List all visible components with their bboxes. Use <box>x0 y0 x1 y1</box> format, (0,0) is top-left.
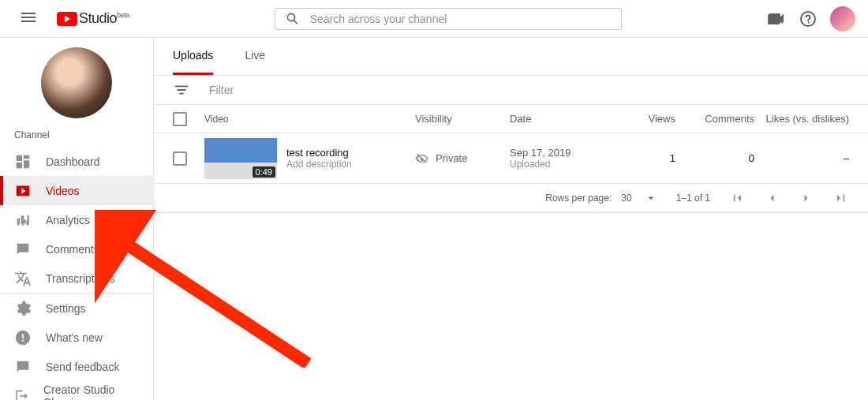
row-checkbox[interactable] <box>173 151 187 166</box>
sidebar-item-label: Videos <box>46 185 80 197</box>
tabs: Uploads Live <box>154 38 868 76</box>
comments-icon <box>14 241 32 258</box>
header-views[interactable]: Views <box>612 113 675 125</box>
sidebar: Channel Dashboard Videos Analytics Comme… <box>0 38 154 400</box>
analytics-icon <box>14 211 32 229</box>
pagination: Rows per page: 30 1–1 of 1 <box>154 184 868 213</box>
sidebar-item-label: Dashboard <box>46 155 100 168</box>
sidebar-item-comments[interactable]: Comments <box>0 234 153 264</box>
header-video[interactable]: Video <box>204 114 415 125</box>
help-icon[interactable] <box>799 9 817 28</box>
filter-input[interactable] <box>209 84 849 96</box>
video-title[interactable]: test recording <box>286 147 352 159</box>
video-duration: 0:49 <box>253 166 275 178</box>
sidebar-item-settings[interactable]: Settings <box>0 293 153 323</box>
sidebar-item-label: Send feedback <box>46 361 119 373</box>
sidebar-item-label: Settings <box>46 302 86 315</box>
translate-icon <box>14 270 32 287</box>
views-cell: 1 <box>612 152 675 164</box>
prev-page-icon[interactable] <box>764 190 780 206</box>
table-row[interactable]: 0:49 test recording Add description Priv… <box>154 133 868 184</box>
filter-row <box>154 76 868 105</box>
sidebar-item-classic[interactable]: Creator Studio Classic <box>0 381 153 400</box>
feedback-icon <box>14 358 32 376</box>
header-visibility[interactable]: Visibility <box>415 113 510 125</box>
tab-live[interactable]: Live <box>245 49 265 75</box>
hamburger-menu[interactable] <box>13 2 44 36</box>
header-likes[interactable]: Likes (vs. dislikes) <box>754 113 849 125</box>
next-page-icon[interactable] <box>799 190 814 206</box>
videos-icon <box>14 182 32 200</box>
sidebar-item-label: Creator Studio Classic <box>43 383 139 401</box>
last-page-icon[interactable] <box>833 190 849 206</box>
main-content: Uploads Live Video Visibility Date Views… <box>154 38 868 400</box>
menu-icon <box>19 8 38 27</box>
sidebar-item-videos[interactable]: Videos <box>0 176 153 205</box>
select-all-checkbox[interactable] <box>173 112 187 126</box>
visibility-label: Private <box>436 152 467 164</box>
rows-per-page-value[interactable]: 30 <box>621 193 631 204</box>
sidebar-item-label: Comments <box>46 243 99 256</box>
play-icon <box>57 12 77 26</box>
video-description[interactable]: Add description <box>286 159 352 170</box>
create-video-icon[interactable] <box>767 9 786 28</box>
search-icon <box>285 11 301 27</box>
sidebar-item-label: Transcriptions <box>46 272 114 285</box>
app-header: Studiobeta <box>0 0 868 38</box>
logo-text: Studiobeta <box>79 10 129 27</box>
search-input[interactable] <box>310 13 612 25</box>
chevron-down-icon[interactable] <box>645 192 657 204</box>
youtube-studio-logo[interactable]: Studiobeta <box>57 10 129 27</box>
table-header: Video Visibility Date Views Comments Lik… <box>154 105 868 133</box>
sidebar-item-label: What's new <box>46 331 103 344</box>
rows-per-page-label: Rows per page: <box>545 193 612 204</box>
dashboard-icon <box>14 153 32 170</box>
sidebar-item-analytics[interactable]: Analytics <box>0 205 153 234</box>
comments-cell: 0 <box>675 152 754 164</box>
user-avatar[interactable] <box>830 6 855 32</box>
eye-off-icon <box>415 151 429 166</box>
gear-icon <box>14 300 32 317</box>
visibility-cell[interactable]: Private <box>415 151 510 166</box>
date-cell: Sep 17, 2019 Uploaded <box>510 147 612 170</box>
header-comments[interactable]: Comments <box>675 113 754 125</box>
announce-icon <box>14 329 32 346</box>
video-thumbnail[interactable]: 0:49 <box>204 138 277 179</box>
channel-avatar[interactable] <box>41 47 112 118</box>
sidebar-item-whats-new[interactable]: What's new <box>0 323 153 352</box>
filter-icon <box>173 81 190 99</box>
header-date[interactable]: Date <box>510 113 612 125</box>
channel-label: Channel <box>0 125 153 147</box>
sidebar-item-feedback[interactable]: Send feedback <box>0 352 153 381</box>
likes-cell: – <box>754 152 849 164</box>
sidebar-item-transcriptions[interactable]: Transcriptions <box>0 264 153 293</box>
tab-uploads[interactable]: Uploads <box>173 49 213 75</box>
exit-icon <box>14 387 29 401</box>
sidebar-item-dashboard[interactable]: Dashboard <box>0 147 153 176</box>
sidebar-item-label: Analytics <box>46 214 90 226</box>
page-range: 1–1 of 1 <box>676 193 710 204</box>
first-page-icon[interactable] <box>729 190 745 206</box>
search-box[interactable] <box>275 8 622 30</box>
